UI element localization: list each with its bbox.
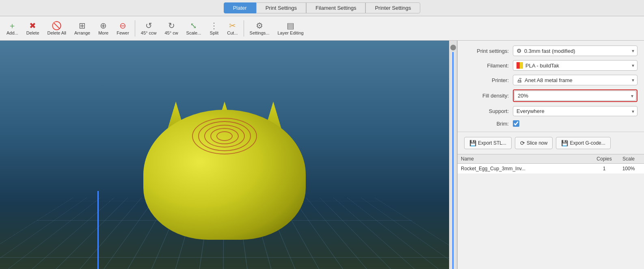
separator-1	[135, 20, 135, 37]
printer-dropdown[interactable]: 🖨 Anet A8 metal frame	[513, 75, 638, 85]
print-settings-value: 0.3mm fast (modified)	[524, 48, 575, 54]
printer-icon: 🖨	[516, 77, 522, 83]
export-stl-label: Export STL...	[478, 140, 506, 146]
cut-icon: ✂	[229, 22, 236, 30]
scale-label: Scale...	[186, 30, 201, 35]
vertical-slider[interactable]	[449, 41, 457, 269]
cut-button[interactable]: ✂ Cut...	[224, 20, 241, 37]
fewer-icon: ⊖	[119, 22, 126, 30]
export-stl-icon: 💾	[469, 140, 476, 146]
layer-icon: ▤	[287, 22, 294, 30]
export-gcode-button[interactable]: 💾 Export G-code...	[556, 137, 610, 149]
brim-row: Brim:	[464, 120, 638, 127]
fewer-label: Fewer	[117, 30, 129, 35]
slider-handle[interactable]	[450, 45, 456, 50]
export-gcode-icon: 💾	[561, 140, 568, 146]
export-stl-button[interactable]: 💾 Export STL...	[464, 137, 512, 149]
col-scale-header: Scale	[616, 156, 641, 162]
settings-icon: ⚙	[256, 22, 263, 30]
scale-icon: ⤡	[190, 22, 197, 30]
right-panel: Print settings: ⚙ 0.3mm fast (modified) …	[457, 41, 644, 269]
tab-printer-settings[interactable]: Printer Settings	[365, 2, 420, 13]
add-label: Add...	[6, 30, 18, 35]
more-button[interactable]: ⊕ More	[95, 20, 112, 37]
tab-print-settings[interactable]: Print Settings	[256, 2, 306, 13]
delete-all-icon: 🚫	[52, 22, 62, 30]
slider-track	[452, 52, 454, 269]
slice-now-label: Slice now	[527, 140, 547, 146]
printer-label: Printer:	[464, 77, 513, 83]
support-control: Everywhere ▼	[513, 106, 638, 116]
action-buttons: 💾 Export STL... ⟳ Slice now 💾 Export G-c…	[458, 132, 644, 154]
fill-density-value: 20%	[518, 93, 528, 99]
split-button[interactable]: ⋮ Split	[206, 20, 222, 37]
fewer-button[interactable]: ⊖ Fewer	[113, 20, 132, 37]
printer-control: 🖨 Anet A8 metal frame ▼	[513, 75, 638, 85]
support-label: Support:	[464, 108, 513, 114]
add-button[interactable]: ＋ Add...	[3, 20, 22, 37]
tab-bar: Plater Print Settings Filament Settings …	[0, 0, 644, 16]
brim-checkbox[interactable]	[513, 120, 519, 127]
file-list-item[interactable]: Rocket_Egg_Cup_3mm_Inv... 1 100%	[458, 164, 644, 174]
tab-plater[interactable]: Plater	[224, 2, 256, 13]
delete-label: Delete	[26, 30, 39, 35]
3d-model	[131, 85, 318, 240]
filament-red-icon	[516, 62, 520, 69]
print-settings-row: Print settings: ⚙ 0.3mm fast (modified) …	[464, 46, 638, 56]
fill-density-label: Fill density:	[464, 93, 513, 99]
blue-vertical-line	[97, 191, 99, 269]
printer-value: Anet A8 metal frame	[525, 77, 573, 83]
fill-density-dropdown[interactable]: 20%	[514, 91, 636, 101]
filament-dropdown[interactable]: PLA - buildTak	[513, 60, 638, 71]
split-icon: ⋮	[210, 22, 218, 30]
rotate-cw-button[interactable]: ↻ 45° cw	[161, 20, 181, 37]
delete-all-button[interactable]: 🚫 Delete All	[44, 20, 69, 37]
print-settings-label: Print settings:	[464, 48, 513, 54]
layer-editing-button[interactable]: ▤ Layer Editing	[274, 20, 307, 37]
arrange-icon: ⊞	[79, 22, 86, 30]
model-dome	[143, 110, 306, 240]
file-list-header: Name Copies Scale	[458, 154, 644, 164]
more-label: More	[98, 30, 108, 35]
more-icon: ⊕	[100, 22, 107, 30]
support-dropdown[interactable]: Everywhere	[513, 106, 638, 116]
settings-label: Settings...	[250, 30, 270, 35]
delete-button[interactable]: ✖ Delete	[23, 20, 43, 37]
scale-button[interactable]: ⤡ Scale...	[183, 20, 205, 37]
brim-label: Brim:	[464, 121, 513, 127]
file-scale: 100%	[616, 166, 641, 171]
print-settings-dropdown[interactable]: ⚙ 0.3mm fast (modified)	[513, 46, 638, 56]
layer-editing-label: Layer Editing	[277, 30, 303, 35]
slice-now-icon: ⟳	[520, 140, 525, 146]
filament-yellow-icon	[520, 62, 523, 69]
file-name: Rocket_Egg_Cup_3mm_Inv...	[461, 166, 592, 171]
settings-button[interactable]: ⚙ Settings...	[246, 20, 273, 37]
support-row: Support: Everywhere ▼	[464, 106, 638, 116]
main-content: Print settings: ⚙ 0.3mm fast (modified) …	[0, 41, 644, 269]
fill-density-control: 20% ▼	[513, 89, 638, 102]
filament-row: Filament: PLA - buildTak ▼	[464, 60, 638, 71]
settings-section: Print settings: ⚙ 0.3mm fast (modified) …	[458, 41, 644, 132]
export-gcode-label: Export G-code...	[570, 140, 605, 146]
split-label: Split	[210, 30, 218, 35]
col-copies-header: Copies	[592, 156, 616, 162]
toolbar: ＋ Add... ✖ Delete 🚫 Delete All ⊞ Arrange…	[0, 16, 644, 41]
fill-density-row: Fill density: 20% ▼	[464, 89, 638, 102]
gear-icon: ⚙	[516, 48, 522, 54]
filament-control: PLA - buildTak ▼	[513, 60, 638, 71]
3d-viewport[interactable]	[0, 41, 449, 269]
arrange-label: Arrange	[74, 30, 90, 35]
delete-all-label: Delete All	[48, 30, 66, 35]
rotate-ccw-button[interactable]: ↺ 45° ccw	[138, 20, 160, 37]
printer-row: Printer: 🖨 Anet A8 metal frame ▼	[464, 75, 638, 85]
rotate-ccw-icon: ↺	[145, 22, 152, 30]
file-copies: 1	[592, 166, 616, 171]
tab-filament-settings[interactable]: Filament Settings	[306, 2, 365, 13]
filament-label: Filament:	[464, 63, 513, 69]
separator-2	[244, 20, 244, 37]
delete-icon: ✖	[29, 22, 36, 30]
rotate-cw-icon: ↻	[168, 22, 175, 30]
arrange-button[interactable]: ⊞ Arrange	[71, 20, 93, 37]
model-container	[123, 69, 326, 240]
slice-now-button[interactable]: ⟳ Slice now	[515, 137, 553, 149]
